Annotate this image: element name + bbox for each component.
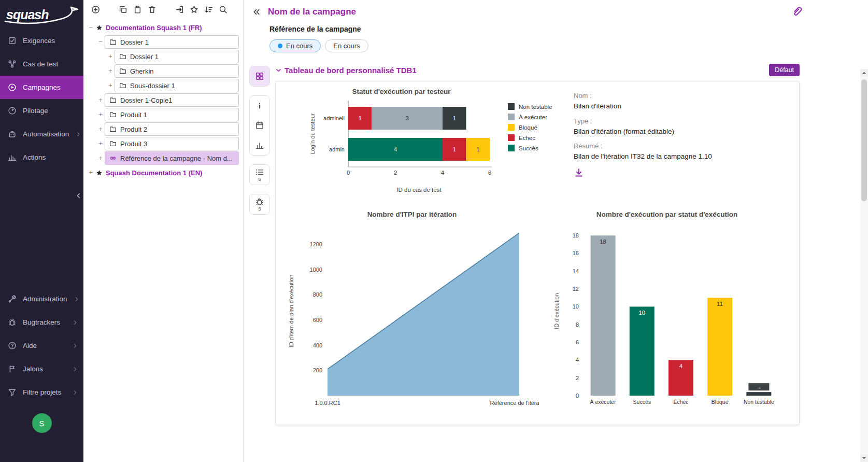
folder-icon <box>119 53 126 60</box>
collapse-toggle[interactable]: − <box>96 38 105 46</box>
status-pill-1[interactable]: En cours <box>269 39 321 52</box>
sidebar-item-filtre-projets[interactable]: Filtre projets <box>0 381 83 404</box>
sidebar-item-campagnes[interactable]: Campagnes <box>0 76 83 99</box>
sidebar-collapse-button[interactable] <box>75 192 82 200</box>
rail-tab-statistics[interactable] <box>250 135 269 155</box>
svg-text:adminell: adminell <box>323 115 345 121</box>
rail-tab-information[interactable] <box>250 96 269 116</box>
tree-node-box[interactable]: Dossier 1 <box>105 35 239 49</box>
chevron-right-icon <box>72 319 78 326</box>
paste-button[interactable] <box>133 5 143 15</box>
sidebar-nav-top: ExigencesCas de testCampagnesPilotageAut… <box>0 29 83 169</box>
sidebar-item-exigences[interactable]: Exigences <box>0 29 83 52</box>
sidebar-item-bugtrackers[interactable]: Bugtrackers <box>0 311 83 334</box>
rail-badge: 5 <box>258 206 261 212</box>
main-header: Nom de la campagne <box>244 0 868 17</box>
tree-node-reference-de-la-campagne-nom-d[interactable]: +Référence de la campagne - Nom d... <box>83 151 243 165</box>
collapse-tree-button[interactable] <box>252 8 261 16</box>
tree-node-box[interactable]: Sous-dossier 1 <box>115 79 239 92</box>
download-report-button[interactable] <box>574 167 584 178</box>
info-field-label: Résumé : <box>574 142 739 150</box>
tree-node-box[interactable]: Produit 3 <box>105 137 239 150</box>
sidebar-item-aide[interactable]: Aide <box>0 334 83 357</box>
tree-node-dossier-1[interactable]: +Dossier 1 <box>83 49 243 64</box>
expand-toggle[interactable]: + <box>106 67 115 75</box>
content-row: 55 Tableau de bord personnalisé TDB1 Déf… <box>244 59 868 425</box>
tree-node-box[interactable]: Référence de la campagne - Nom d... <box>105 151 239 165</box>
expand-toggle[interactable]: + <box>96 155 105 162</box>
sidebar-item-automatisation[interactable]: Automatisation <box>0 122 83 146</box>
expand-toggle[interactable]: + <box>96 96 105 104</box>
scroll-up-icon[interactable] <box>860 69 868 77</box>
svg-text:18: 18 <box>573 232 579 239</box>
favorite-button[interactable] <box>189 5 199 15</box>
tree-node-gherkin[interactable]: +Gherkin <box>83 64 243 78</box>
svg-text:6: 6 <box>576 339 579 345</box>
svg-text:1: 1 <box>359 115 362 121</box>
rail-tab-planning[interactable] <box>250 116 269 135</box>
scrollbar-thumb[interactable] <box>861 79 867 201</box>
tree-node-box[interactable]: Dossier 1-Copie1 <box>105 93 239 107</box>
dashboard-card: Statut d'exécution par testeur 131admine… <box>275 81 800 425</box>
delete-button[interactable] <box>147 5 157 15</box>
rail-badge: 5 <box>258 177 261 182</box>
tree-node-produit-2[interactable]: +Produit 2 <box>83 122 243 136</box>
sidebar-item-label: Bugtrackers <box>23 318 66 326</box>
svg-text:Non testable: Non testable <box>744 399 774 405</box>
scroll-down-icon[interactable] <box>860 454 868 462</box>
defaut-badge[interactable]: Défaut <box>769 64 800 76</box>
expand-toggle[interactable]: + <box>96 125 105 133</box>
project-label: Documentation Squash 1 (FR) <box>106 24 202 32</box>
rail-tab-issues[interactable]: 5 <box>250 194 269 214</box>
svg-text:1: 1 <box>453 115 456 121</box>
sidebar-item-label: Pilotage <box>23 107 78 115</box>
node-label: Produit 1 <box>120 111 147 119</box>
sidebar-item-label: Campagnes <box>23 83 78 91</box>
svg-text:8: 8 <box>576 321 579 328</box>
tree-node-documentation-squash-1-fr[interactable]: −Documentation Squash 1 (FR) <box>83 20 243 35</box>
tree-node-box[interactable]: Gherkin <box>115 64 239 78</box>
node-label: Dossier 1-Copie1 <box>120 96 172 104</box>
expand-toggle[interactable]: + <box>106 53 115 60</box>
tree-node-squash-documentation-1-en[interactable]: +Squash Documentation 1 (EN) <box>83 165 243 180</box>
vertical-scrollbar[interactable] <box>860 69 868 462</box>
copy-button[interactable] <box>118 5 128 15</box>
collapse-toggle[interactable]: − <box>87 24 95 31</box>
expand-toggle[interactable]: + <box>96 140 105 147</box>
svg-text:10: 10 <box>638 310 645 316</box>
add-button[interactable] <box>91 5 101 15</box>
svg-text:18: 18 <box>600 239 606 245</box>
tree-node-produit-1[interactable]: +Produit 1 <box>83 107 243 122</box>
tree-node-sous-dossier-1[interactable]: +Sous-dossier 1 <box>83 78 243 93</box>
tree-node-box[interactable]: Produit 2 <box>105 122 239 136</box>
export-button[interactable] <box>175 5 184 15</box>
sidebar-item-label: Exigences <box>23 37 78 45</box>
expand-toggle[interactable]: + <box>106 82 115 89</box>
tree-node-box[interactable]: Dossier 1 <box>115 50 239 63</box>
tree-node-dossier-1-copie1[interactable]: +Dossier 1-Copie1 <box>83 93 243 107</box>
tree-node-box[interactable]: Produit 1 <box>105 108 239 121</box>
status-pill-2[interactable]: En cours <box>325 39 368 52</box>
legend-label: Échec <box>519 135 535 141</box>
node-label: Dossier 1 <box>120 38 149 46</box>
legend-swatch <box>508 134 515 141</box>
sidebar-item-actions[interactable]: Actions <box>0 146 83 169</box>
sidebar-item-jalons[interactable]: Jalons <box>0 357 83 381</box>
status-dot <box>278 44 282 48</box>
tree-node-produit-3[interactable]: +Produit 3 <box>83 136 243 151</box>
squash-logo[interactable]: squash <box>0 0 83 29</box>
status-legend: Non testableÀ exécuterBloquéÉchecSuccès <box>508 88 567 195</box>
sort-button[interactable] <box>204 5 214 15</box>
sidebar-item-pilotage[interactable]: Pilotage <box>0 99 83 122</box>
expand-toggle[interactable]: + <box>87 169 95 176</box>
rail-tab-dashboard[interactable] <box>250 66 269 86</box>
search-button[interactable] <box>218 5 228 15</box>
tree-node-dossier-1[interactable]: −Dossier 1 <box>83 35 243 49</box>
expand-toggle[interactable]: + <box>96 111 105 118</box>
rail-tab-test-plan[interactable]: 5 <box>250 165 269 185</box>
attachments-button[interactable] <box>791 5 803 17</box>
sidebar-item-administration[interactable]: Administration <box>0 287 83 311</box>
avatar[interactable]: S <box>32 413 52 433</box>
sidebar-item-cas-de-test[interactable]: Cas de test <box>0 52 83 76</box>
section-collapse-icon[interactable] <box>275 67 282 74</box>
